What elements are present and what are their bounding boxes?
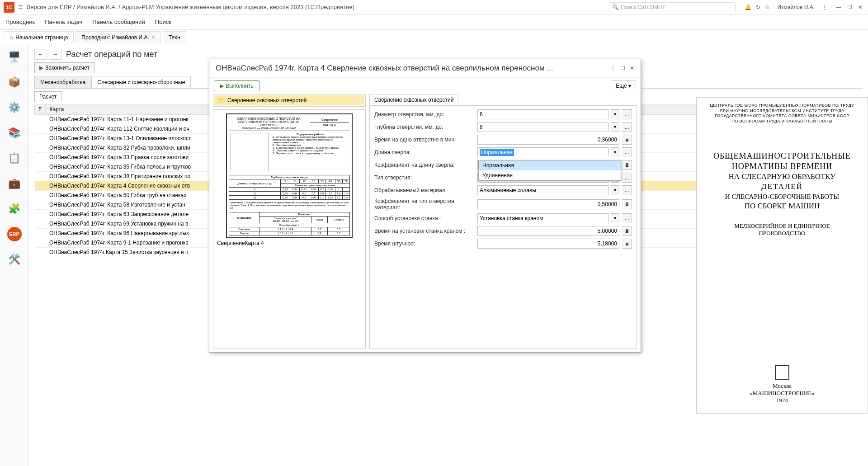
hamburger-icon[interactable]: ≡ [18,2,23,12]
dialog-title: ОНВнаСлесРаб 1974г. Карта 4 Сверление ск… [216,64,610,73]
form-tab[interactable]: Сверление сквозных отверстий [369,94,458,105]
folder-icon: 📁 [218,97,225,104]
page-title: Расчет операций по мет [66,50,157,59]
calc-button[interactable]: Расчет [34,91,61,102]
finish-icon: ▶ [39,65,43,71]
form-input[interactable]: 6 [477,109,609,119]
menu-tasks[interactable]: Панель задач [45,19,82,25]
ellipsis-button[interactable]: ... [622,173,632,183]
books-icon[interactable]: 📚 [7,126,22,140]
ellipsis-button[interactable]: ... [622,185,632,195]
tab-close-icon[interactable]: × [152,34,155,41]
dropdown-icon[interactable]: ▼ [611,147,619,157]
boxes-icon[interactable]: 📦 [7,75,22,89]
bell-icon[interactable]: 🔔 [745,4,751,10]
form-label: Глубина отверстия, мм, до: [374,124,475,130]
puzzle-icon[interactable]: 🧩 [7,202,22,216]
search-input[interactable]: 🔍 Поиск Ctrl+Shift+F [609,2,736,12]
form-row: Длина сверла:Нормальная▼... [374,147,632,157]
form-label: Время штучное: [374,240,475,247]
form-row: Диаметр отверстия, мм, до:6▼... [374,109,632,119]
dialog-menu-icon[interactable]: ⋮ [610,65,616,71]
ellipsis-button[interactable]: ... [622,213,632,223]
maximize-icon[interactable]: ☐ [845,4,854,10]
sidebar: 🖥️ 📦 ⚙️ 📚 📋 💼 🧩 ERP 🛠️ [0,45,29,466]
form-label: Тип отверстия: [374,174,475,181]
ellipsis-button[interactable]: ... [622,109,632,119]
menu-explorer[interactable]: Проводник [5,19,35,25]
form-area: Диаметр отверстия, мм, до:6▼...Глубина о… [369,105,637,348]
menu-messages[interactable]: Панель сообщений [92,19,145,25]
form-label: Коэффициент на длину сверла: [374,162,475,168]
form-input[interactable]: 8 [477,122,609,132]
tools-icon[interactable]: 🛠️ [7,252,22,267]
gears-icon[interactable]: ⚙️ [7,100,22,115]
briefcase-icon[interactable]: 💼 [7,176,22,191]
form-label: Время на установку станка краном : [374,228,475,234]
ellipsis-button[interactable]: ... [622,122,632,132]
dialog-window: ОНВнаСлесРаб 1974г. Карта 4 Сверление ск… [209,59,641,353]
forward-button[interactable]: → [49,49,61,60]
execute-button[interactable]: ▶ Выполнить [214,80,259,91]
tab-home[interactable]: ⌂ Начальная страница [4,31,74,43]
doc-table: Глубина отверстия в мм до Диаметр отверс… [229,175,350,200]
tree-view: 📁 Сверление сквозных отверстий [213,94,366,107]
search-icon: 🔍 [612,4,619,10]
calculator-icon[interactable]: 🖩 [622,199,632,209]
calculator-icon[interactable]: 🖩 [622,239,632,249]
ellipsis-button[interactable]: ... [622,147,632,157]
history-icon[interactable]: ↻ [756,4,760,10]
chevron-down-icon: ▾ [628,83,631,89]
subtab-mech[interactable]: Механообработка [34,76,91,88]
clipboard-icon[interactable]: 📋 [7,151,22,165]
user-label[interactable]: Измайлов И.А. [777,4,815,10]
form-input[interactable]: Алюминиевые сплавы [477,185,609,195]
form-label: Длина сверла: [374,149,475,155]
form-input[interactable]: 5,18000 [477,239,619,249]
play-icon: ▶ [220,83,224,89]
form-input[interactable]: 0,36000 [477,135,619,145]
finish-calc-button[interactable]: ▶ Закончить расчет [34,62,94,73]
form-row: Время штучное:5,18000🖩 [374,239,632,249]
back-button[interactable]: ← [34,49,47,60]
book-panel: ЦЕНТРАЛЬНОЕ БЮРО ПРОМЫШЛЕННЫХ НОРМАТИВОВ… [696,97,868,414]
tab-explorer[interactable]: Проводник: Измайлов И.А. × [75,31,160,43]
close-icon[interactable]: ✕ [856,4,864,10]
dialog-more-button[interactable]: Еще ▾ [611,80,636,91]
user-menu-icon[interactable]: ⋮ [822,4,827,10]
window-controls: — ☐ ✕ [835,4,864,10]
dropdown-icon[interactable]: ▼ [611,122,619,132]
minimize-icon[interactable]: — [835,4,843,10]
dropdown-list: НормальнаяУдлиненная [478,160,621,181]
dropdown-icon[interactable]: ▼ [611,185,619,195]
dialog-restore-icon[interactable]: ☐ [620,65,625,71]
tab-tech[interactable]: Техн [163,31,186,43]
logo-1c: 1C [4,2,14,13]
calculator-icon[interactable]: 🖩 [622,135,632,145]
tree-item[interactable]: 📁 Сверление сквозных отверстий [214,95,364,105]
monitor-icon[interactable]: 🖥️ [7,50,22,64]
titlebar: 1C ≡ Версия для ERP / Измайлов И.А. / Ap… [0,0,868,14]
dropdown-option[interactable]: Удлиненная [479,170,621,180]
dialog-close-icon[interactable]: ✕ [630,65,634,71]
star-icon[interactable]: ☆ [765,4,770,10]
form-input[interactable]: Нормальная [477,147,609,157]
col-sigma[interactable]: Σ [35,104,46,115]
menubar: Проводник Панель задач Панель сообщений … [0,14,868,30]
form-input[interactable]: 5,00000 [477,226,619,236]
home-icon: ⌂ [9,34,13,41]
dropdown-icon[interactable]: ▼ [611,213,619,223]
form-input[interactable]: Установка станка краном [477,213,609,223]
erp-icon[interactable]: ERP [7,227,22,241]
content-area: ← → Расчет операций по мет ▶ Закончить р… [29,45,868,466]
subtab-sles[interactable]: Слесарные и слесарно-сборочные [91,76,191,88]
dropdown-option[interactable]: Нормальная [479,160,621,170]
calculator-icon[interactable]: 🖩 [622,226,632,236]
form-label: Время на одно отверстие в мин: [374,137,475,143]
form-row: Обрабатываемый материал:Алюминиевые спла… [374,185,632,195]
calculator-icon[interactable]: 🖩 [622,160,632,170]
menu-search[interactable]: Поиск [155,19,171,25]
dropdown-icon[interactable]: ▼ [611,109,619,119]
doc-preview: СВЕРЛЕНИЕ СКВОЗНЫХ ОТВЕРСТИЙ НА СВЕРЛИЛЬ… [213,109,366,348]
form-input[interactable]: 0,50000 [477,199,619,209]
